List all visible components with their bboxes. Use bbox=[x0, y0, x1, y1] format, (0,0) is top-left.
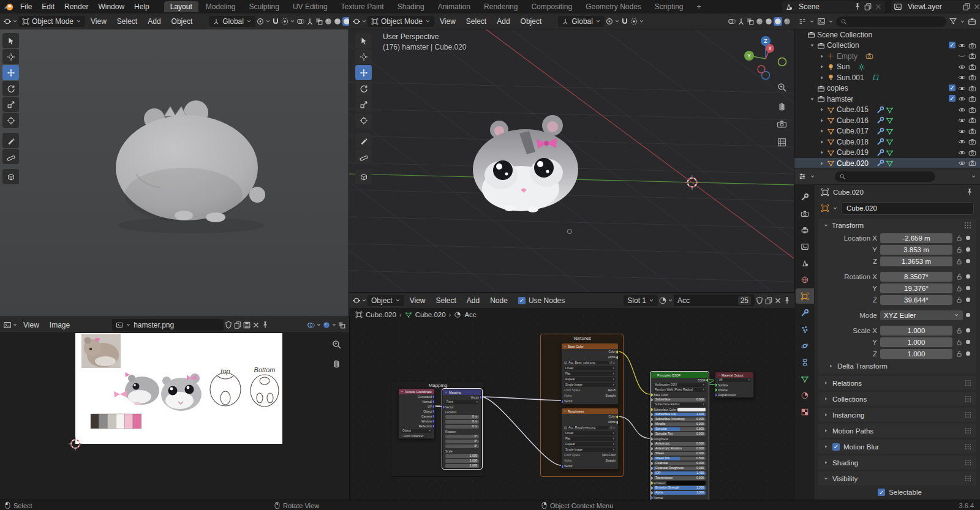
shading-mode-solid-icon[interactable] bbox=[333, 17, 342, 26]
node-row[interactable]: 0° bbox=[443, 444, 481, 449]
snap-icon[interactable] bbox=[271, 17, 280, 26]
node-row[interactable]: Alpha bbox=[562, 354, 618, 360]
properties-tab-modifiers[interactable] bbox=[796, 305, 814, 320]
chevron-down-icon[interactable] bbox=[361, 18, 367, 24]
node-row[interactable]: Repeat▾ bbox=[562, 377, 618, 382]
socket[interactable] bbox=[432, 395, 434, 399]
node-row[interactable]: IOR1.450 bbox=[651, 471, 708, 476]
node-row[interactable]: Clearcoat0.000 bbox=[651, 461, 708, 466]
tool-cursor[interactable] bbox=[2, 49, 19, 64]
animate-dot-icon[interactable] bbox=[966, 286, 970, 290]
socket[interactable] bbox=[443, 405, 445, 410]
uv-display-icon[interactable] bbox=[307, 321, 315, 329]
checkbox-icon[interactable]: ✓ bbox=[949, 42, 956, 48]
node-row[interactable]: Subsurface0.000 bbox=[651, 397, 708, 402]
node-row[interactable]: Sheen Tint0.500 bbox=[651, 456, 708, 461]
node-slider[interactable]: Subsurface Anisotropy0.000 bbox=[654, 418, 706, 421]
node-slider[interactable]: Emission Strength1.000 bbox=[654, 486, 706, 490]
close-icon[interactable] bbox=[973, 2, 980, 11]
animate-dot-icon[interactable] bbox=[966, 298, 970, 302]
chevron-down-icon[interactable] bbox=[809, 17, 815, 26]
node-row[interactable]: 1.000 bbox=[443, 459, 481, 463]
node-dropdown[interactable]: Flat▾ bbox=[564, 372, 616, 376]
expand-icon[interactable] bbox=[819, 116, 825, 125]
blender-logo-icon[interactable] bbox=[4, 2, 14, 12]
chevron-down-icon[interactable] bbox=[668, 298, 673, 303]
transform-value-field[interactable]: 19.376° bbox=[880, 283, 952, 293]
workspace-tab-compositing[interactable]: Compositing bbox=[525, 1, 578, 12]
copy-icon[interactable] bbox=[962, 2, 971, 11]
chevron-down-icon[interactable] bbox=[265, 18, 271, 24]
node-row[interactable]: Object▾ bbox=[399, 429, 434, 433]
properties-tab-data[interactable] bbox=[796, 371, 814, 386]
node-header[interactable]: Mapping bbox=[443, 389, 481, 395]
shader-node-editor[interactable]: MappingTexturesTexture CoordinateGenerat… bbox=[349, 293, 794, 500]
save-icon[interactable] bbox=[243, 321, 251, 329]
socket[interactable] bbox=[651, 422, 654, 427]
zoom-icon[interactable] bbox=[777, 82, 787, 92]
node-row[interactable]: Color bbox=[562, 414, 618, 419]
node-row[interactable]: Base Color bbox=[651, 392, 708, 397]
workspace-tab-scripting[interactable]: Scripting bbox=[649, 1, 690, 12]
image-name-field[interactable]: hamster.png bbox=[112, 319, 224, 331]
socket[interactable] bbox=[651, 457, 654, 461]
camera-icon[interactable] bbox=[968, 73, 976, 81]
orientation-selector[interactable]: Global bbox=[209, 16, 255, 27]
tool-move[interactable] bbox=[2, 65, 19, 80]
animate-dot-icon[interactable] bbox=[966, 259, 970, 263]
chevron-down-icon[interactable] bbox=[361, 298, 367, 303]
expand-icon[interactable] bbox=[819, 159, 825, 168]
camera-icon[interactable] bbox=[968, 149, 976, 157]
outliner-row-cube-016[interactable]: Cube.016 bbox=[794, 115, 980, 126]
chevron-down-icon[interactable] bbox=[828, 17, 834, 26]
node-dropdown[interactable]: Repeat▾ bbox=[564, 377, 616, 381]
animate-dot-icon[interactable] bbox=[966, 236, 970, 240]
node-slider[interactable]: Transmission0.000 bbox=[654, 476, 706, 480]
node-slider[interactable]: Anisotropic Rotation0.000 bbox=[654, 447, 706, 451]
section-collections[interactable]: Collections bbox=[818, 392, 976, 406]
tool-select-box[interactable] bbox=[2, 33, 19, 48]
color-swatch[interactable] bbox=[677, 408, 706, 411]
node-row[interactable]: Sheen0.000 bbox=[651, 451, 708, 456]
socket[interactable] bbox=[651, 432, 654, 437]
node-row[interactable]: Vector bbox=[443, 395, 481, 400]
node-slider[interactable]: Sheen Tint0.500 bbox=[654, 457, 706, 460]
slot-selector[interactable]: Slot 1 bbox=[624, 295, 658, 306]
shading-mode-solid-icon[interactable] bbox=[764, 17, 773, 26]
eye-icon[interactable] bbox=[958, 149, 966, 157]
workspace-tab-modeling[interactable]: Modeling bbox=[200, 1, 242, 12]
lock-icon[interactable] bbox=[956, 285, 963, 292]
chevron-down-icon[interactable] bbox=[12, 322, 18, 328]
socket[interactable] bbox=[706, 378, 708, 383]
scene-name[interactable]: Scene bbox=[795, 2, 851, 11]
chevron-down-icon[interactable] bbox=[331, 322, 337, 328]
node-canvas[interactable]: MappingTexturesTexture CoordinateGenerat… bbox=[349, 293, 794, 500]
color-swatch[interactable] bbox=[666, 481, 706, 485]
node-slider[interactable]: Clearcoat0.000 bbox=[654, 462, 706, 465]
node-row[interactable]: Metallic0.000 bbox=[651, 422, 708, 427]
camera-icon[interactable] bbox=[968, 116, 976, 124]
section-motion-paths[interactable]: Motion Paths bbox=[818, 424, 976, 438]
navigation-gizmo[interactable]: Z Y X bbox=[742, 35, 790, 83]
node-dropdown[interactable]: Point▾ bbox=[445, 400, 479, 404]
node-value-field[interactable]: 1.000 bbox=[445, 454, 479, 458]
node-row[interactable]: AlphaStraight bbox=[562, 393, 618, 399]
chevron-down-icon[interactable] bbox=[12, 18, 18, 24]
shading-mode-wireframe-icon[interactable] bbox=[755, 17, 764, 26]
breadcrumb-item[interactable]: Acc bbox=[464, 311, 476, 318]
node-row[interactable]: Vector bbox=[562, 399, 618, 404]
tool-rotate[interactable] bbox=[355, 81, 372, 96]
node-slider[interactable]: Alpha1.000 bbox=[654, 491, 706, 495]
hand-icon[interactable] bbox=[331, 358, 342, 368]
eye-icon[interactable] bbox=[958, 127, 966, 135]
node-row[interactable]: Single Image▾ bbox=[562, 382, 618, 388]
xray-toggle-icon[interactable] bbox=[315, 17, 323, 26]
node-row[interactable]: Transmission0.000 bbox=[651, 476, 708, 481]
node-value-field[interactable]: 1.000 bbox=[445, 459, 479, 463]
properties-tab-world[interactable] bbox=[796, 272, 814, 287]
tool-scale[interactable] bbox=[355, 97, 372, 112]
editor-type-icon[interactable] bbox=[352, 296, 361, 305]
expand-icon[interactable] bbox=[819, 52, 825, 61]
display-mode-icon[interactable] bbox=[817, 17, 826, 26]
node-header[interactable]: Roughness bbox=[562, 408, 618, 414]
